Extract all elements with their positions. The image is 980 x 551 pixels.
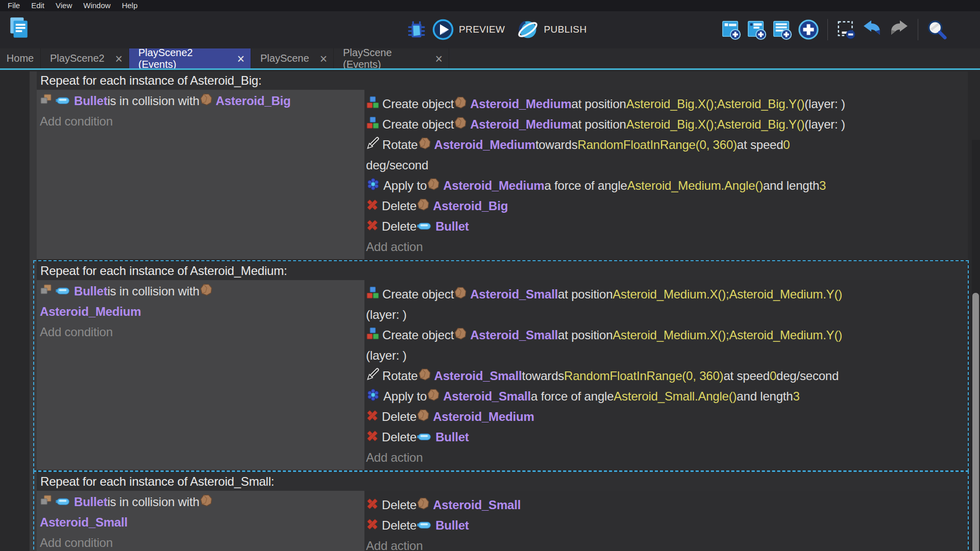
- object-name: Asteroid_Small: [443, 389, 531, 404]
- project-manager-icon[interactable]: [7, 16, 31, 39]
- toolbar-center-group: PREVIEW PUBLISH: [406, 14, 594, 45]
- action-row[interactable]: Create object Asteroid_Small at position…: [366, 284, 968, 305]
- force-icon: [366, 177, 380, 194]
- plain-text: towards: [522, 369, 564, 383]
- action-row[interactable]: Delete Bullet: [366, 427, 968, 447]
- object-name: Asteroid_Medium: [433, 410, 534, 424]
- action-row[interactable]: Delete Asteroid_Medium: [366, 407, 968, 427]
- action-row-wrap[interactable]: deg/second: [366, 155, 968, 176]
- close-icon[interactable]: ×: [237, 54, 244, 64]
- action-row[interactable]: Create object Asteroid_Small at position…: [366, 325, 968, 345]
- asteroid-icon: [454, 96, 467, 112]
- plain-text: at speed: [723, 369, 769, 383]
- action-row[interactable]: Create object Asteroid_Medium at positio…: [366, 114, 968, 135]
- tab-label: PlayScene2: [50, 53, 105, 64]
- asteroid-icon: [200, 93, 213, 109]
- repeat-asteroid-medium-event[interactable]: Repeat for each instance of Asteroid_Med…: [37, 262, 968, 470]
- plain-text: Delete: [382, 219, 416, 234]
- plain-text: a force of angle: [531, 389, 614, 404]
- close-icon[interactable]: ×: [435, 54, 443, 64]
- publish-button[interactable]: PUBLISH: [544, 24, 586, 35]
- repeat-asteroid-small-event[interactable]: Repeat for each instance of Asteroid_Sma…: [37, 472, 968, 551]
- plain-text: Create object: [382, 287, 454, 302]
- action-row[interactable]: Delete Asteroid_Big: [366, 196, 968, 216]
- vertical-scrollbar[interactable]: [972, 140, 980, 551]
- event-header[interactable]: Repeat for each instance of Asteroid_Sma…: [37, 472, 968, 491]
- add-action-button[interactable]: Add action: [366, 447, 968, 468]
- add-condition-button[interactable]: Add condition: [40, 533, 364, 551]
- add-condition-button[interactable]: Add condition: [40, 322, 364, 342]
- debugger-icon[interactable]: [406, 19, 427, 40]
- condition-row[interactable]: Bullet is in collision with: [40, 281, 364, 302]
- event-grip-column[interactable]: [30, 71, 37, 551]
- scrollbar-thumb[interactable]: [972, 293, 979, 551]
- plain-text: Create object: [382, 328, 454, 342]
- rotate-icon: [366, 137, 379, 153]
- expression-text: Asteroid_Medium.Angle(): [627, 179, 763, 193]
- condition-row-wrap[interactable]: Asteroid_Medium: [40, 302, 364, 322]
- menu-view[interactable]: View: [50, 0, 78, 11]
- action-row[interactable]: Rotate Asteroid_Medium towards RandomFlo…: [366, 135, 968, 155]
- action-row[interactable]: Delete Bullet: [366, 216, 968, 237]
- tab-playscene-events[interactable]: PlayScene (Events)×: [334, 48, 449, 68]
- tab-label: PlayScene: [260, 53, 309, 64]
- deselect-icon[interactable]: [836, 19, 857, 40]
- condition-row-wrap[interactable]: Asteroid_Small: [40, 512, 364, 533]
- asteroid-icon: [200, 283, 213, 299]
- delete-icon: [366, 198, 379, 214]
- add-event-icon[interactable]: [721, 19, 742, 40]
- toolbar-separator: [827, 19, 828, 40]
- event-body: Bullet is in collision with Asteroid_Med…: [37, 280, 968, 470]
- close-icon[interactable]: ×: [115, 54, 122, 64]
- events-sheet: Repeat for each instance of Asteroid_Big…: [0, 70, 980, 551]
- tab-playscene2-events[interactable]: PlayScene2 (Events)×: [129, 48, 251, 68]
- publish-globe-icon[interactable]: [517, 18, 539, 41]
- preview-button[interactable]: PREVIEW: [459, 24, 505, 35]
- action-row[interactable]: Create object Asteroid_Medium at positio…: [366, 94, 968, 114]
- action-row-wrap[interactable]: (layer: ): [366, 305, 968, 325]
- tab-home[interactable]: Home: [0, 48, 41, 68]
- action-row[interactable]: Delete Asteroid_Small: [366, 495, 968, 515]
- object-name: Asteroid_Big: [216, 94, 291, 108]
- asteroid-icon: [454, 286, 467, 303]
- tab-playscene[interactable]: PlayScene×: [251, 48, 334, 68]
- bullet-icon: [416, 219, 432, 234]
- object-name: Bullet: [435, 430, 469, 444]
- close-icon[interactable]: ×: [320, 54, 327, 64]
- redo-icon[interactable]: [888, 18, 910, 41]
- event-header[interactable]: Repeat for each instance of Asteroid_Med…: [37, 262, 968, 280]
- tab-playscene2[interactable]: PlayScene2×: [41, 48, 129, 68]
- add-action-button[interactable]: Add action: [366, 237, 968, 257]
- object-name: Bullet: [74, 495, 107, 509]
- action-row-wrap[interactable]: (layer: ): [366, 345, 968, 366]
- plain-text: a force of angle: [545, 179, 627, 193]
- expression-text: Asteroid_Medium.X();Asteroid_Medium.Y(): [612, 328, 842, 342]
- add-action-button[interactable]: Add action: [366, 536, 968, 551]
- action-row[interactable]: Apply to Asteroid_Medium a force of angl…: [366, 176, 968, 196]
- action-row[interactable]: Apply to Asteroid_Small a force of angle…: [366, 386, 968, 407]
- plain-text: Delete: [382, 430, 416, 444]
- add-subevent-icon[interactable]: [746, 19, 768, 40]
- menu-window[interactable]: Window: [78, 0, 116, 11]
- repeat-asteroid-big-event[interactable]: Repeat for each instance of Asteroid_Big…: [37, 71, 968, 259]
- condition-row[interactable]: Bullet is in collision with Asteroid_Big: [40, 91, 364, 111]
- condition-row[interactable]: Bullet is in collision with: [40, 492, 364, 512]
- menu-help[interactable]: Help: [116, 0, 143, 11]
- menu-file[interactable]: File: [2, 0, 26, 11]
- plain-text: is in collision with: [107, 94, 199, 108]
- actions-column: Delete Asteroid_SmallDelete BulletAdd ac…: [364, 491, 968, 551]
- expression-text: Asteroid_Big.X();Asteroid_Big.Y(): [626, 117, 805, 132]
- plain-text: (layer: ): [804, 97, 845, 111]
- action-row[interactable]: Delete Bullet: [366, 515, 968, 536]
- event-header[interactable]: Repeat for each instance of Asteroid_Big…: [37, 71, 968, 90]
- preview-play-icon[interactable]: [432, 18, 454, 41]
- add-condition-button[interactable]: Add condition: [40, 111, 364, 132]
- plain-text: towards: [535, 138, 578, 152]
- action-row[interactable]: Rotate Asteroid_Small towards RandomFloa…: [366, 366, 968, 386]
- undo-icon[interactable]: [861, 18, 884, 41]
- events-list: Repeat for each instance of Asteroid_Big…: [37, 71, 968, 551]
- add-comment-icon[interactable]: [772, 19, 793, 40]
- add-circle-icon[interactable]: [797, 18, 820, 41]
- search-icon[interactable]: [926, 19, 947, 40]
- menu-edit[interactable]: Edit: [26, 0, 50, 11]
